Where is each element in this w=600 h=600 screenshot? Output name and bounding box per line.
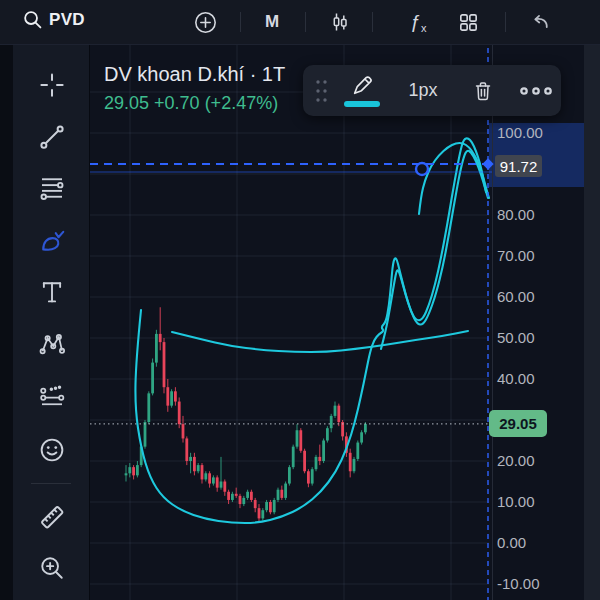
drawing-anchor-handle[interactable] <box>416 163 428 175</box>
axis-tick-label: 80.00 <box>497 206 535 223</box>
xabcd-pattern-icon <box>37 330 67 360</box>
axis-tick-label: 40.00 <box>497 370 535 387</box>
tool-emoji[interactable] <box>36 434 68 466</box>
toolbar-divider <box>372 12 373 32</box>
sidebar-divider <box>31 483 71 484</box>
axis-tick-label: 50.00 <box>497 329 535 346</box>
line-width-button[interactable]: 1px <box>401 65 445 116</box>
chart-header: DV khoan D.khí · 1T 29.05 +0.70 (+2.47%) <box>104 63 285 114</box>
drawing-tools-sidebar <box>13 44 90 600</box>
axis-right-strip <box>584 44 600 600</box>
tool-ruler[interactable] <box>36 501 68 533</box>
tool-trend-line[interactable] <box>36 121 68 153</box>
timeframe-text: M <box>265 12 279 32</box>
pencil-icon <box>350 73 375 98</box>
symbol-search-button[interactable]: PVD <box>22 9 85 30</box>
axis-tick-label: 100.00 <box>497 124 543 141</box>
tool-projection[interactable] <box>36 381 68 413</box>
freehand-second-pass-stroke[interactable] <box>381 151 488 349</box>
drag-dots-icon <box>313 78 329 104</box>
left-edge-strip <box>0 44 13 600</box>
axis-tick-label: 0.00 <box>497 534 526 551</box>
axis-tick-label: -10.00 <box>497 575 540 592</box>
layouts-grid-icon <box>457 11 480 34</box>
toolbar-divider <box>305 12 306 32</box>
tool-brush-active[interactable] <box>36 224 68 256</box>
timeframe-button[interactable]: M <box>257 8 287 36</box>
freehand-cup-and-handle-stroke[interactable] <box>135 138 486 523</box>
chart-style-button[interactable] <box>325 8 355 36</box>
axis-tick-label: 10.00 <box>497 493 535 510</box>
text-icon <box>37 277 67 307</box>
freehand-neckline-curve[interactable] <box>172 331 468 352</box>
zoom-in-icon <box>37 553 67 583</box>
trash-icon <box>471 79 495 103</box>
chart-canvas[interactable]: 100.0080.0070.0060.0050.0040.0020.0010.0… <box>90 44 600 600</box>
tool-fib-retracement[interactable] <box>36 172 68 204</box>
grid <box>90 44 489 600</box>
top-toolbar: PVD M ƒx <box>0 0 600 45</box>
ruler-icon <box>37 502 67 532</box>
crosshair-icon <box>37 70 67 100</box>
toolbar-divider <box>240 12 241 32</box>
fib-retracement-icon <box>37 173 67 203</box>
brush-color-bar <box>344 101 380 107</box>
trading-app: { "colors": { "accent_blue": "#2e62fe", … <box>0 0 600 600</box>
projection-icon <box>37 382 67 412</box>
tool-text[interactable] <box>36 276 68 308</box>
drawing-price-label: 91.72 <box>495 155 542 177</box>
undo-button[interactable] <box>525 8 555 36</box>
last-price-text: 29.05 <box>104 93 149 113</box>
drag-handle[interactable] <box>307 65 335 116</box>
axis-tick-label: 60.00 <box>497 288 535 305</box>
tool-xabcd-pattern[interactable] <box>36 329 68 361</box>
axis-tick-label: 20.00 <box>497 452 535 469</box>
axis-tick-label: 70.00 <box>497 247 535 264</box>
delete-drawing-button[interactable] <box>461 65 505 116</box>
brush-icon <box>37 225 67 255</box>
change-text: +0.70 <box>154 93 200 113</box>
plus-circle-icon <box>193 10 218 35</box>
price-change-row: 29.05 +0.70 (+2.47%) <box>104 93 285 114</box>
more-options-button[interactable] <box>515 65 557 116</box>
ellipsis-icon <box>519 85 553 97</box>
candlestick-style-icon <box>328 10 352 34</box>
search-icon <box>22 9 43 30</box>
layouts-button[interactable] <box>453 8 483 36</box>
emoji-smiley-icon <box>37 435 67 465</box>
symbol-title[interactable]: DV khoan D.khí · 1T <box>104 63 285 86</box>
indicators-button[interactable]: ƒx <box>403 8 433 36</box>
toolbar-divider <box>505 12 506 32</box>
change-percent-text: (+2.47%) <box>205 93 279 113</box>
drawing-toolbar: 1px <box>303 65 561 116</box>
undo-icon <box>528 10 553 35</box>
candlestick-series <box>125 307 367 523</box>
brush-style-button[interactable] <box>340 65 384 116</box>
fx-indicators-icon: ƒx <box>409 11 426 34</box>
tool-crosshair[interactable] <box>36 69 68 101</box>
tool-zoom-in[interactable] <box>36 552 68 584</box>
symbol-text: PVD <box>49 10 85 30</box>
trend-line-icon <box>37 122 67 152</box>
last-price-label: 29.05 <box>489 410 547 437</box>
add-button[interactable] <box>190 8 220 36</box>
